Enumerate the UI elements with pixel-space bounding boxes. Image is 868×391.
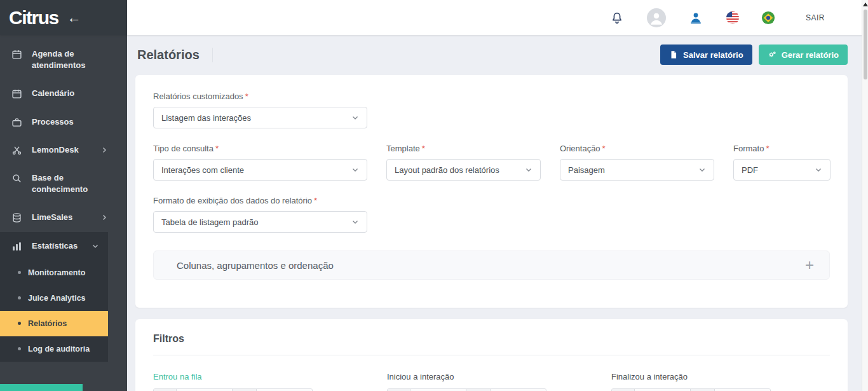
columns-grouping-panel-title: Colunas, agrupamentos e ordenação [177,260,334,271]
sidebar-subitem-label: Juice Analytics [28,294,86,303]
database-icon [11,212,22,223]
bullet-dot-icon [18,347,21,350]
sidebar: Agenda de atendimentos Calendário Proces… [0,35,127,391]
sidebar-item-label: Agenda de atendimentos [32,48,119,71]
custom-report-field: Relatórios customizados* Listagem das in… [153,92,830,128]
chevron-right-icon [100,214,108,221]
orientation-field: Orientação* Paisagem [560,144,714,181]
generate-report-label: Gerar relatório [782,50,839,60]
flag-br-icon[interactable] [761,11,775,25]
sidebar-item-label: LemonDesk [32,144,79,156]
filter-iniciou-interacao: Iniciou a interação De até [387,372,593,391]
columns-grouping-panel[interactable]: Colunas, agrupamentos e ordenação + [153,250,830,280]
search-icon [11,173,22,184]
orientation-value: Paisagem [568,165,605,175]
scrollbar-thumb[interactable] [864,10,867,79]
tools-icon [11,145,22,156]
bullet-dot-icon [18,322,21,325]
format-field: Formato* PDF [733,144,831,181]
sidebar-subitem-juice-analytics[interactable]: Juice Analytics [0,285,108,311]
sidebar-subitem-relatorios[interactable]: Relatórios [0,311,108,336]
save-report-button[interactable]: Salvar relatório [660,45,752,65]
required-asterisk: * [422,144,425,153]
sidebar-subitem-label: Log de auditoria [28,345,90,353]
agent-status-icon[interactable] [688,10,704,26]
logo-area: Citrus ← [0,0,127,35]
filter-label: Finalizou a interação [611,372,818,381]
bullet-dot-icon [18,271,21,274]
sidebar-bottom-accent [0,384,83,391]
sidebar-item-label: Estatísticas [32,240,78,252]
required-asterisk: * [314,196,317,205]
filters-row: Entrou na fila De até Iniciou a interaçã… [153,372,830,391]
filters-card: Filtros Entrou na fila De até Iniciou a … [135,319,848,391]
query-type-label: Tipo de consulta* [153,144,367,153]
filter-entrou-na-fila: Entrou na fila De até [153,372,369,391]
required-asterisk: * [245,92,248,101]
required-asterisk: * [766,144,769,153]
statistics-submenu-block: Estatísticas Monitoramento Juice Analyti… [0,232,108,362]
orientation-select[interactable]: Paisagem [560,159,714,181]
bullet-dot-icon [18,296,21,299]
scroll-up-arrow-icon[interactable] [863,3,868,6]
cogs-icon [768,50,776,59]
filters-title: Filtros [153,333,830,355]
notifications-bell-icon[interactable] [609,10,625,26]
orientation-label: Orientação* [560,144,714,153]
bar-chart-icon [11,241,22,252]
format-select[interactable]: PDF [733,159,831,181]
query-type-field: Tipo de consulta* Interações com cliente [153,144,367,181]
sidebar-collapse-arrow-icon[interactable]: ← [67,11,81,25]
report-form-card: Relatórios customizados* Listagem das in… [135,75,848,308]
sidebar-subitem-monitoramento[interactable]: Monitoramento [0,260,108,285]
app-logo: Citrus [9,7,58,29]
chevron-down-icon [815,166,822,174]
chevron-down-icon [92,242,99,250]
sidebar-item-label: Calendário [32,88,74,99]
display-format-select[interactable]: Tabela de listagem padrão [153,211,367,233]
display-format-value: Tabela de listagem padrão [161,217,259,227]
required-asterisk: * [215,144,219,153]
custom-report-label: Relatórios customizados* [153,92,830,101]
format-label: Formato* [733,144,831,153]
generate-report-button[interactable]: Gerar relatório [759,45,848,65]
header-actions: Salvar relatório Gerar relatório [660,45,848,65]
query-type-select[interactable]: Interações com cliente [153,159,367,181]
file-icon [669,50,678,59]
sidebar-item-label: LimeSales [32,212,72,223]
sidebar-item-label: Base de conhecimento [32,172,119,195]
logout-button[interactable]: SAIR [806,13,825,22]
sidebar-item-calendario[interactable]: Calendário [0,79,127,107]
sidebar-subitem-log-auditoria[interactable]: Log de auditoria [0,336,108,362]
sidebar-subitem-label: Relatórios [28,319,67,328]
sidebar-item-base-conhecimento[interactable]: Base de conhecimento [0,164,127,203]
user-avatar[interactable] [647,8,666,27]
date-range: De até [611,388,771,391]
sidebar-item-lemondesk[interactable]: LemonDesk [0,136,127,164]
custom-report-value: Listagem das interações [161,113,251,123]
sidebar-item-label: Processos [32,116,74,128]
display-format-field: Formato de exibição dos dados do relatór… [153,196,830,233]
chevron-down-icon [525,166,532,174]
topnav: SAIR [127,0,868,35]
chevron-right-icon [100,146,108,154]
template-select[interactable]: Layout padrão dos relatórios [386,159,541,181]
sidebar-item-processos[interactable]: Processos [0,108,127,136]
custom-report-select[interactable]: Listagem das interações [153,107,367,128]
form-row: Tipo de consulta* Interações com cliente… [153,144,830,181]
required-asterisk: * [602,144,606,153]
flag-us-icon[interactable] [726,11,740,25]
sidebar-item-agenda[interactable]: Agenda de atendimentos [0,40,127,79]
calendar-icon [11,49,22,60]
calendar-icon [11,88,22,99]
sidebar-item-estatisticas[interactable]: Estatísticas [0,232,108,260]
chevron-down-icon [351,166,359,174]
display-format-label: Formato de exibição dos dados do relatór… [153,196,830,205]
filter-label: Iniciou a interação [387,372,593,381]
expand-plus-icon[interactable]: + [805,257,814,273]
query-type-value: Interações com cliente [161,165,244,175]
chevron-down-icon [351,114,359,121]
sidebar-item-limesales[interactable]: LimeSales [0,203,127,231]
template-label: Template* [386,144,541,153]
vertical-scrollbar[interactable] [862,0,868,391]
